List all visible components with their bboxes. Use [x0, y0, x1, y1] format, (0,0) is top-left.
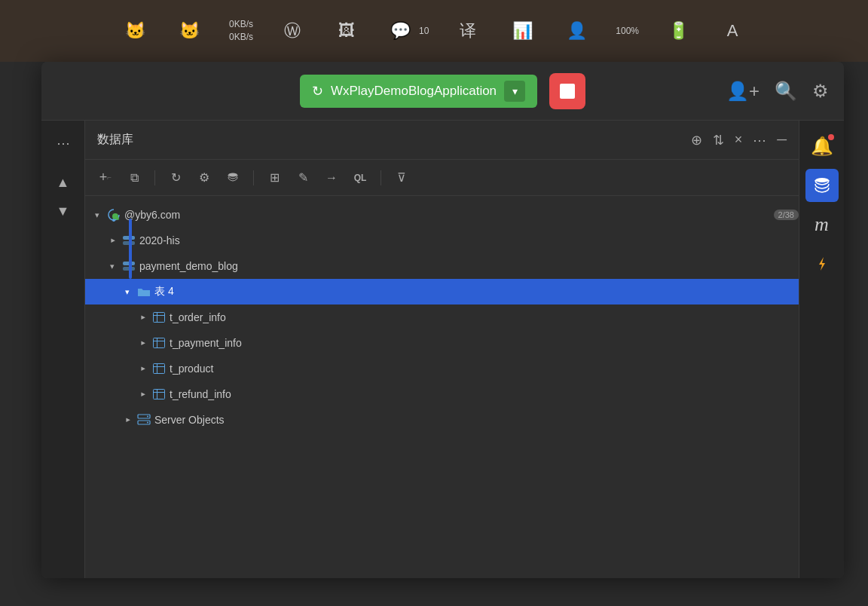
add-sub-icon: ⌐ [107, 173, 112, 182]
arrow-button[interactable]: → [320, 167, 343, 189]
icon-4: 🖼 [332, 16, 362, 46]
wechat-icon: 💬 [386, 16, 416, 46]
table-icon-t-refund [151, 387, 167, 402]
user-icon: 👤 [561, 16, 591, 46]
stop-button[interactable] [549, 73, 585, 109]
server-objects-chevron: ▾ [121, 414, 133, 426]
upload-speed: 0KB/s [229, 18, 253, 31]
root-chevron: ▾ [91, 209, 103, 221]
t-refund-chevron: ▾ [136, 388, 148, 400]
svg-rect-16 [154, 390, 165, 399]
folder-icon-biao4 [136, 284, 151, 299]
mini-sidebar: ⋯ ▲ ▼ [41, 121, 85, 578]
panel-header: 数据库 ⊕ ⇅ × ⋯ ─ [85, 121, 799, 160]
app-window: ↻ WxPlayDemoBlogApplication ▾ 👤+ 🔍 ⚙ ⋯ ▲… [41, 62, 844, 578]
scroll-indicator [129, 219, 132, 279]
separator-1 [154, 170, 155, 185]
refresh-button[interactable]: ↻ [164, 167, 187, 189]
download-speed: 0KB/s [229, 31, 253, 44]
notification-dot [828, 134, 834, 140]
2020his-chevron: ▾ [106, 234, 118, 246]
svg-rect-7 [154, 313, 165, 323]
add-user-icon[interactable]: 👤+ [726, 81, 760, 102]
nav-down-button[interactable]: ▼ [50, 197, 77, 225]
tree-root[interactable]: ▾ @yby6.com 2/38 [85, 202, 799, 228]
nav-up-button[interactable]: ▲ [50, 169, 77, 196]
translate-icon: 译 [453, 16, 483, 46]
panel-header-icons: ⊕ ⇅ × ⋯ ─ [691, 132, 787, 148]
system-bar: 🐱 🐱 0KB/s 0KB/s Ⓦ 🖼 💬 10 译 📊 👤 100% 🔋 A [0, 0, 868, 62]
sql-button[interactable]: QL [349, 167, 371, 189]
icon-2: 🐱 [175, 16, 205, 46]
settings-icon[interactable]: ⚙ [812, 81, 829, 102]
dropdown-arrow[interactable]: ▾ [504, 81, 525, 102]
table-icon-t-order [151, 310, 167, 325]
svg-point-23 [815, 178, 829, 182]
tree-item-t-refund-info[interactable]: ▾ t_refund_info [85, 381, 799, 407]
icon-3: Ⓦ [277, 16, 307, 46]
add-circle-icon[interactable]: ⊕ [691, 132, 702, 148]
monitor-icon: 📊 [507, 16, 537, 46]
sort-icon[interactable]: ⇅ [713, 132, 724, 148]
svg-point-20 [147, 416, 148, 418]
close-icon[interactable]: × [735, 132, 743, 148]
more-options-button[interactable]: ⋯ [50, 130, 77, 157]
battery-icon: 🔋 [663, 16, 693, 46]
root-label: @yby6.com [124, 209, 768, 221]
2020his-label: 2020-his [139, 234, 799, 246]
tools-button[interactable]: ⚙ [193, 167, 215, 189]
svg-rect-13 [154, 364, 165, 374]
tree-item-t-order-info[interactable]: ▾ t_order_info [85, 305, 799, 330]
separator-3 [381, 170, 381, 185]
icon-1: 🐱 [121, 16, 151, 46]
refresh-icon: ↻ [312, 83, 323, 99]
notification-bell-wrapper: 🔔 [805, 130, 839, 163]
copy-button[interactable]: ⧉ [123, 167, 145, 189]
t-product-label: t_product [170, 363, 799, 375]
table-view-button[interactable]: ⊞ [263, 167, 286, 189]
table-icon-t-payment [151, 335, 167, 350]
tree-item-t-product[interactable]: ▾ t_product [85, 356, 799, 381]
table-icon-t-product [151, 361, 167, 376]
add-icon: + [99, 170, 108, 185]
panel-more-icon[interactable]: ⋯ [753, 132, 766, 148]
tree-item-2020his[interactable]: ▾ 2020-his [85, 228, 799, 253]
server-objects-label: Server Objects [154, 414, 799, 426]
right-sidebar: 🔔 m [799, 121, 844, 578]
app-selector[interactable]: ↻ WxPlayDemoBlogApplication ▾ [300, 75, 537, 108]
t-order-chevron: ▾ [136, 311, 148, 323]
biao4-chevron: ▾ [121, 286, 133, 298]
t-order-label: t_order_info [170, 311, 799, 323]
chevron-down-icon: ▾ [512, 85, 518, 97]
plugin-button[interactable] [805, 247, 839, 280]
svg-rect-10 [154, 338, 165, 348]
tree-item-t-payment-info[interactable]: ▾ t_payment_info [85, 330, 799, 356]
server-icon [136, 412, 151, 427]
minimize-icon[interactable]: ─ [777, 132, 787, 148]
search-icon[interactable]: 🔍 [775, 81, 797, 102]
panel-title: 数据库 [97, 132, 685, 148]
stop-icon [560, 84, 575, 99]
edit-button[interactable]: ✎ [292, 167, 314, 189]
connection-dot [112, 213, 118, 219]
t-refund-label: t_refund_info [170, 388, 799, 400]
tree-item-server-objects[interactable]: ▾ Server Objects [85, 407, 799, 433]
app-name: WxPlayDemoBlogApplication [331, 84, 497, 99]
toolbar: + ⌐ ⧉ ↻ ⚙ ⊞ ✎ → QL [85, 160, 799, 196]
database-sidebar-button[interactable] [805, 169, 839, 202]
t-payment-chevron: ▾ [136, 337, 148, 349]
add-button[interactable]: + ⌐ [94, 167, 117, 189]
svg-point-22 [147, 422, 148, 424]
t-payment-label: t_payment_info [170, 337, 799, 349]
m-icon-button[interactable]: m [805, 208, 839, 241]
stack-button[interactable] [222, 167, 244, 189]
payment-label: payment_demo_blog [139, 260, 799, 272]
tree-item-payment[interactable]: ▾ payment_demo_blog [85, 253, 799, 279]
title-bar: ↻ WxPlayDemoBlogApplication ▾ 👤+ 🔍 ⚙ [41, 62, 844, 121]
database-tree: ▾ @yby6.com 2/38 ▾ [85, 196, 799, 578]
tree-item-biao4[interactable]: ▾ 表 4 [85, 279, 799, 305]
root-badge: 2/38 [774, 210, 799, 220]
connection-icon [106, 207, 121, 222]
t-product-chevron: ▾ [136, 363, 148, 375]
filter-button[interactable]: ⊽ [390, 167, 413, 189]
